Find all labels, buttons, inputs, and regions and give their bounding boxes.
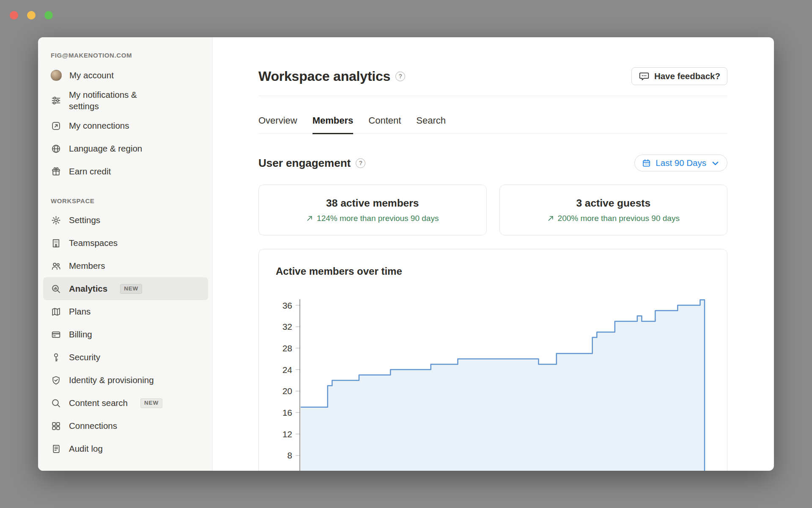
sidebar-item-label: Language & region [69, 143, 142, 155]
key-icon [51, 352, 61, 363]
sidebar-item-members[interactable]: Members [43, 254, 208, 277]
avatar [51, 70, 62, 81]
feedback-button-label: Have feedback? [654, 71, 720, 81]
help-icon[interactable]: ? [395, 72, 405, 81]
sliders-icon [51, 95, 61, 106]
sidebar-item-label: Audit log [69, 443, 103, 455]
analytics-icon [51, 284, 61, 294]
grid-icon [51, 421, 61, 431]
stat-value: 38 active members [326, 197, 419, 209]
credit-card-icon [51, 329, 61, 340]
sidebar-item-analytics[interactable]: Analytics NEW [43, 277, 208, 300]
svg-text:28: 28 [283, 343, 292, 353]
search-icon [51, 398, 61, 409]
zoom-button[interactable] [44, 11, 53, 19]
trend-up-icon [547, 215, 554, 222]
sidebar-item-label: Analytics [69, 283, 107, 295]
sidebar-item-plans[interactable]: Plans [43, 300, 208, 323]
active-members-stat-card: 38 active members 124% more than previou… [258, 185, 487, 235]
sidebar-item-label: Content search [69, 398, 128, 409]
window-controls [10, 11, 53, 19]
sidebar-item-settings[interactable]: Settings [43, 209, 208, 232]
new-badge: NEW [140, 398, 162, 408]
sidebar-item-label: Members [69, 260, 105, 272]
workspace-section-heading: WORKSPACE [51, 197, 212, 204]
svg-text:8: 8 [287, 450, 292, 460]
chevron-down-icon [710, 158, 720, 168]
active-members-chart-card: Active members over time 363228242016128 [258, 249, 727, 471]
new-badge: NEW [120, 284, 142, 294]
sidebar-item-label: Settings [69, 215, 100, 226]
settings-sidebar: FIG@MAKENOTION.COM My account My notific… [38, 37, 213, 471]
date-range-label: Last 90 Days [656, 158, 706, 168]
building-icon [51, 238, 61, 248]
tab-search[interactable]: Search [416, 115, 446, 134]
tab-members[interactable]: Members [313, 115, 354, 134]
settings-dialog: FIG@MAKENOTION.COM My account My notific… [38, 37, 774, 471]
help-icon[interactable]: ? [356, 158, 365, 168]
map-icon [51, 306, 61, 317]
sidebar-item-label: Plans [69, 306, 91, 318]
account-email: FIG@MAKENOTION.COM [51, 52, 212, 59]
sidebar-item-connections[interactable]: Connections [43, 414, 208, 437]
sidebar-item-my-account[interactable]: My account [43, 64, 208, 87]
svg-text:36: 36 [283, 301, 292, 310]
sidebar-item-label: Teamspaces [69, 237, 118, 249]
sidebar-item-label: My notifications & settings [69, 89, 164, 112]
svg-text:16: 16 [283, 408, 292, 417]
globe-icon [51, 144, 61, 154]
sidebar-item-label: My connections [69, 120, 129, 132]
sidebar-item-security[interactable]: Security [43, 346, 208, 369]
date-range-dropdown[interactable]: Last 90 Days [634, 155, 727, 171]
stat-delta-text: 200% more than previous 90 days [558, 214, 680, 223]
svg-text:12: 12 [283, 429, 292, 439]
gear-icon [51, 215, 61, 226]
shield-check-icon [51, 375, 61, 386]
minimize-button[interactable] [27, 11, 36, 19]
active-guests-stat-card: 3 active guests 200% more than previous … [499, 185, 728, 235]
sidebar-item-label: Billing [69, 329, 92, 340]
stat-delta-text: 124% more than previous 90 days [317, 214, 439, 223]
sidebar-item-language-region[interactable]: Language & region [43, 137, 208, 160]
calendar-icon [642, 158, 651, 168]
sidebar-item-audit-log[interactable]: Audit log [43, 437, 208, 460]
gift-icon [51, 166, 61, 177]
sidebar-item-billing[interactable]: Billing [43, 323, 208, 346]
sidebar-item-label: Identity & provisioning [69, 375, 154, 386]
speech-bubble-icon [639, 71, 650, 82]
people-icon [51, 261, 61, 271]
trend-up-icon [306, 215, 313, 222]
analytics-main-panel: Workspace analytics ? Have feedback? Ove… [213, 37, 774, 471]
audit-log-icon [51, 444, 61, 454]
sidebar-item-content-search[interactable]: Content search NEW [43, 392, 208, 414]
have-feedback-button[interactable]: Have feedback? [631, 67, 727, 85]
sidebar-item-label: Security [69, 352, 100, 363]
arrow-out-box-icon [51, 121, 61, 131]
sidebar-item-label: Connections [69, 420, 117, 432]
analytics-tabs: Overview Members Content Search [258, 96, 727, 134]
svg-text:32: 32 [283, 322, 292, 331]
close-button[interactable] [10, 11, 18, 19]
sidebar-item-my-connections[interactable]: My connections [43, 114, 208, 137]
tab-content[interactable]: Content [368, 115, 401, 134]
sidebar-item-label: Earn credit [69, 166, 111, 177]
sidebar-item-label: My account [69, 70, 114, 81]
svg-text:24: 24 [283, 365, 293, 375]
sidebar-item-notifications-settings[interactable]: My notifications & settings [43, 87, 208, 114]
stat-value: 3 active guests [576, 197, 650, 209]
page-title: Workspace analytics [258, 69, 390, 84]
sidebar-item-teamspaces[interactable]: Teamspaces [43, 232, 208, 254]
tab-overview[interactable]: Overview [258, 115, 297, 134]
active-members-area-chart: 363228242016128 [259, 249, 728, 471]
user-engagement-heading: User engagement [258, 157, 351, 170]
sidebar-item-identity-provisioning[interactable]: Identity & provisioning [43, 369, 208, 392]
svg-text:20: 20 [283, 386, 292, 396]
sidebar-item-earn-credit[interactable]: Earn credit [43, 160, 208, 183]
